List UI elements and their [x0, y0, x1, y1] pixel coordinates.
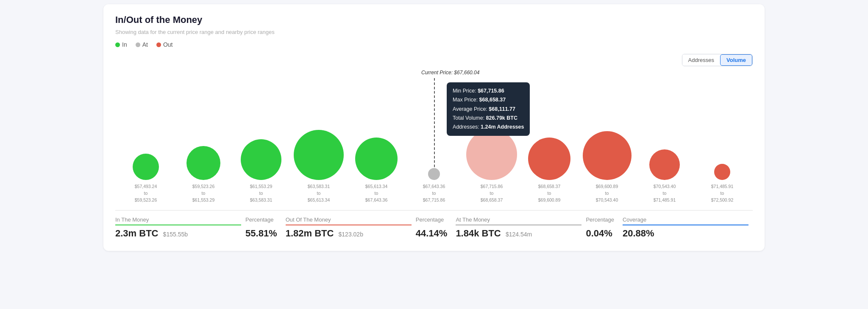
legend-out: Out: [156, 41, 173, 48]
stat-in-the-money: In The Money 2.3m BTC $155.55b: [115, 216, 245, 239]
main-card: In/Out of the Money Showing data for the…: [103, 4, 765, 251]
stat-in-pct-block: Percentage 55.81%: [245, 216, 286, 239]
stat-at-pct-block: Percentage 0.04%: [586, 216, 623, 239]
legend-at: At: [136, 41, 148, 48]
bubble-col-7: [520, 78, 578, 180]
x-label-3: $63,583.31to$65,613.34: [290, 183, 348, 203]
bubble-8: [583, 131, 632, 180]
stat-out-of-money: Out Of The Money 1.82m BTC $123.02b: [286, 216, 416, 239]
legend-label-in: In: [122, 41, 127, 48]
x-label-0: $57,493.24to$59,523.26: [117, 183, 175, 203]
stat-out-label: Out Of The Money: [286, 216, 412, 225]
bubble-0: [133, 154, 159, 180]
stat-at-label: At The Money: [456, 216, 581, 225]
bubble-col-5: [405, 78, 463, 180]
volume-button[interactable]: Volume: [720, 54, 752, 66]
stat-cov-label: Coverage: [623, 216, 748, 225]
chart-controls: Addresses Volume: [115, 54, 753, 66]
view-toggle: Addresses Volume: [682, 54, 753, 66]
bubble-5: [428, 168, 440, 180]
bubbles-row: [115, 78, 753, 180]
x-label-8: $69,600.89to$70,543.40: [578, 183, 636, 203]
x-label-7: $68,658.37to$69,600.89: [520, 183, 578, 203]
legend-in: In: [115, 41, 127, 48]
x-label-6: $67,715.86to$68,658.37: [463, 183, 520, 203]
divider: [115, 210, 753, 211]
chart-area: Current Price: $67,660.04 Min Price: $67…: [115, 70, 753, 180]
x-label-1: $59,523.26to$61,553.29: [175, 183, 232, 203]
stat-pct-label-2: Percentage: [416, 216, 448, 225]
bubble-col-8: [578, 78, 636, 180]
bubble-col-1: [175, 78, 232, 180]
bubble-4: [355, 138, 398, 180]
bubble-7: [528, 138, 570, 180]
stat-at-value: 1.84k BTC $124.54m: [456, 228, 581, 239]
bubble-9: [649, 149, 680, 180]
stat-pct-label-3: Percentage: [586, 216, 614, 225]
x-label-4: $65,613.34to$67,643.36: [348, 183, 405, 203]
legend-label-out: Out: [163, 41, 173, 48]
x-label-2: $61,553.29to$63,583.31: [232, 183, 290, 203]
bubble-col-6: [463, 78, 520, 180]
x-label-10: $71,485.91to$72,500.92: [693, 183, 751, 203]
stat-in-label: In The Money: [115, 216, 241, 225]
stat-coverage: Coverage 20.88%: [623, 216, 753, 239]
stat-at-pct: 0.04%: [586, 228, 614, 239]
bubble-1: [186, 146, 220, 180]
bubble-3: [294, 130, 344, 180]
bubble-col-9: [636, 78, 693, 180]
addresses-button[interactable]: Addresses: [682, 54, 720, 66]
bubble-2: [241, 139, 281, 180]
stat-in-pct: 55.81%: [245, 228, 277, 239]
x-axis: $57,493.24to$59,523.26$59,523.26to$61,55…: [115, 183, 753, 203]
bubble-col-4: [348, 78, 405, 180]
bubble-col-10: [693, 78, 751, 180]
stat-cov-value: 20.88%: [623, 228, 748, 239]
stat-out-value: 1.82m BTC $123.02b: [286, 228, 412, 239]
legend-dot-out: [156, 42, 161, 47]
stats-row: In The Money 2.3m BTC $155.55b Percentag…: [115, 216, 753, 239]
legend-dot-in: [115, 42, 120, 47]
bubble-col-0: [117, 78, 175, 180]
bubble-6: [466, 129, 517, 180]
stat-out-pct-block: Percentage 44.14%: [416, 216, 456, 239]
legend-label-at: At: [142, 41, 148, 48]
subtitle: Showing data for the current price range…: [115, 29, 753, 35]
stat-at-money: At The Money 1.84k BTC $124.54m: [456, 216, 586, 239]
stat-in-value: 2.3m BTC $155.55b: [115, 228, 241, 239]
x-label-5: $67,643.36to$67,715.86: [405, 183, 463, 203]
bubble-col-2: [232, 78, 290, 180]
x-label-9: $70,543.40to$71,485.91: [636, 183, 693, 203]
page-title: In/Out of the Money: [115, 14, 753, 25]
stat-pct-label-1: Percentage: [245, 216, 277, 225]
current-price-label: Current Price: $67,660.04: [421, 70, 479, 76]
stat-out-pct: 44.14%: [416, 228, 448, 239]
bubble-10: [714, 164, 730, 180]
legend-dot-at: [136, 42, 140, 47]
bubble-col-3: [290, 78, 348, 180]
legend: In At Out: [115, 41, 753, 48]
